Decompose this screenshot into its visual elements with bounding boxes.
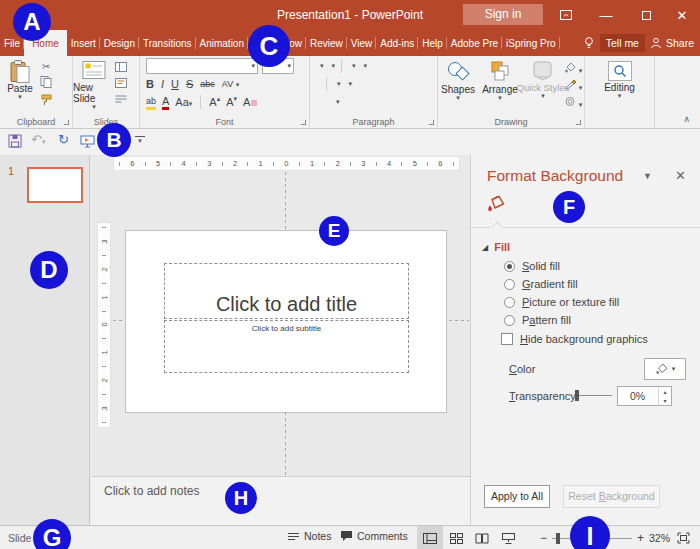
shape-fill-button[interactable]: ▾	[564, 62, 582, 75]
shapes-button[interactable]: Shapes ▾	[438, 56, 478, 109]
ruler-mark: 6	[438, 159, 442, 168]
normal-view-button[interactable]	[417, 526, 443, 549]
radio-pattern-fill[interactable]: Pattern fill	[504, 311, 619, 329]
fit-slide-button[interactable]	[677, 532, 690, 546]
tab-review[interactable]: Review	[306, 30, 347, 56]
pane-options-dropdown[interactable]: ▼	[643, 171, 652, 181]
editing-search-box[interactable]	[608, 61, 632, 81]
arrange-button[interactable]: Arrange ▾	[478, 56, 522, 109]
font-color-button[interactable]: A	[162, 95, 169, 110]
color-picker-button[interactable]: ▾	[644, 358, 686, 380]
close-button[interactable]: ✕	[668, 0, 696, 30]
collapse-ribbon-button[interactable]: ∧	[683, 114, 690, 124]
save-button[interactable]	[8, 134, 22, 152]
ruler-mark: 2	[100, 379, 107, 383]
slide-1-thumbnail[interactable]	[27, 167, 83, 203]
comments-button[interactable]: Comments	[340, 530, 408, 542]
zoom-out-button[interactable]: −	[540, 531, 547, 545]
font-name-combo[interactable]: ▾	[146, 58, 258, 74]
hide-background-graphics-checkbox[interactable]: Hide background graphics	[501, 333, 648, 345]
notes-pane[interactable]: Click to add notes	[91, 476, 470, 525]
copy-button[interactable]	[40, 76, 52, 90]
ruler-mark	[350, 162, 351, 166]
quick-styles-button[interactable]: Quick Styles ▾	[522, 56, 564, 109]
font-name-dropdown-arrow: ▾	[251, 63, 257, 69]
sign-in-button[interactable]: Sign in	[463, 4, 543, 25]
tab-adobe-pre[interactable]: Adobe Pre	[447, 30, 502, 56]
change-case-button[interactable]: Aa▾	[175, 96, 192, 108]
powerpoint-window: Presentation1 - PowerPoint Sign in — ✕ F…	[0, 0, 700, 549]
text-shadow-button[interactable]: S	[186, 78, 193, 90]
radio-gradient-fill[interactable]: Gradient fill	[504, 275, 619, 293]
radio-label: Pattern fill	[522, 314, 571, 326]
font-dialog-launcher[interactable]	[301, 120, 306, 125]
shape-effects-button[interactable]: ▾	[564, 96, 582, 109]
share-button[interactable]: Share	[650, 37, 694, 49]
collapse-triangle-icon: ◢	[482, 243, 488, 252]
new-slide-button[interactable]: New Slide ▾	[73, 56, 115, 110]
fill-section-header[interactable]: ◢ Fill	[482, 241, 510, 253]
character-spacing-button[interactable]: AV ▾	[222, 78, 239, 90]
italic-button[interactable]: I	[161, 78, 164, 90]
format-painter-button[interactable]	[40, 94, 52, 108]
zoom-level[interactable]: 32%	[649, 532, 670, 544]
radio-solid-fill[interactable]: Solid fill	[504, 257, 619, 275]
fill-section-label: Fill	[494, 241, 510, 253]
reading-view-view-button[interactable]	[469, 526, 495, 549]
tab-add-ins[interactable]: Add-ins	[376, 30, 418, 56]
transparency-spin-buttons[interactable]: ▴▾	[658, 387, 671, 405]
subtitle-placeholder[interactable]: Click to add subtitle	[164, 320, 409, 373]
section-button[interactable]	[115, 94, 127, 106]
undo-button[interactable]: ↶▾	[31, 132, 45, 147]
decrease-font-button[interactable]: A▾	[226, 96, 237, 108]
tab-ispring-pro[interactable]: iSpring Pro	[502, 30, 559, 56]
bold-button[interactable]: B	[146, 78, 154, 90]
pane-close-button[interactable]: ✕	[675, 168, 686, 183]
radio-picture-or-texture-fill[interactable]: Picture or texture fill	[504, 293, 619, 311]
title-placeholder[interactable]: Click to add title	[164, 263, 409, 319]
ruler-mark	[196, 162, 197, 166]
minimize-button[interactable]: —	[592, 0, 620, 30]
start-from-beginning-button[interactable]	[80, 134, 95, 152]
reset-background-button[interactable]: Reset Background	[563, 485, 660, 508]
tab-transitions[interactable]: Transitions	[139, 30, 196, 56]
clipboard-dialog-launcher[interactable]	[64, 120, 69, 125]
apply-to-all-button[interactable]: Apply to All	[484, 485, 550, 508]
slide-sorter-view-button[interactable]	[443, 526, 469, 549]
underline-button[interactable]: U	[171, 78, 179, 90]
highlight-color-button[interactable]: ab	[146, 95, 156, 110]
zoom-slider-thumb[interactable]	[556, 533, 560, 544]
transparency-spinner[interactable]: 0% ▴▾	[617, 386, 672, 406]
maximize-button[interactable]	[632, 0, 660, 30]
notes-toggle-button[interactable]: Notes	[287, 530, 331, 542]
clear-formatting-button[interactable]: A	[243, 96, 257, 108]
transparency-slider-track[interactable]	[574, 395, 612, 396]
slide-layout-button[interactable]	[115, 62, 127, 74]
slide-show-view-button[interactable]	[495, 526, 521, 549]
ruler-mark	[102, 394, 106, 395]
shape-outline-button[interactable]: ▾	[564, 79, 582, 92]
tab-design[interactable]: Design	[100, 30, 139, 56]
editing-button[interactable]: Editing ▾	[585, 82, 654, 99]
strikethrough-button[interactable]: abc	[200, 78, 215, 90]
tab-animation[interactable]: Animation	[196, 30, 248, 56]
paste-button[interactable]: Paste ▾	[0, 56, 40, 108]
slide-canvas[interactable]: Click to add title Click to add subtitle	[125, 230, 447, 413]
format-background-pane: Format Background ▼ ✕ ◢ Fill Solid fillG…	[470, 155, 700, 525]
tab-view[interactable]: View	[347, 30, 377, 56]
paragraph-dialog-launcher[interactable]	[429, 120, 434, 125]
customize-qat-button[interactable]: ▾	[135, 136, 145, 145]
redo-button[interactable]: ↻	[58, 132, 69, 147]
tab-insert[interactable]: Insert	[67, 30, 100, 56]
increase-font-button[interactable]: A▴	[209, 96, 220, 108]
cut-button[interactable]: ✂	[40, 62, 52, 72]
transparency-slider-thumb[interactable]	[575, 390, 579, 401]
annotation-D: D	[30, 251, 68, 289]
ribbon-display-options-button[interactable]	[552, 0, 580, 30]
drawing-dialog-launcher[interactable]	[576, 120, 581, 125]
tab-help[interactable]: Help	[418, 30, 447, 56]
tell-me-button[interactable]: Tell me	[600, 34, 645, 52]
reset-slide-button[interactable]	[115, 78, 127, 90]
slides-group: New Slide ▾ Slides	[73, 56, 140, 128]
zoom-in-button[interactable]: +	[637, 531, 644, 545]
